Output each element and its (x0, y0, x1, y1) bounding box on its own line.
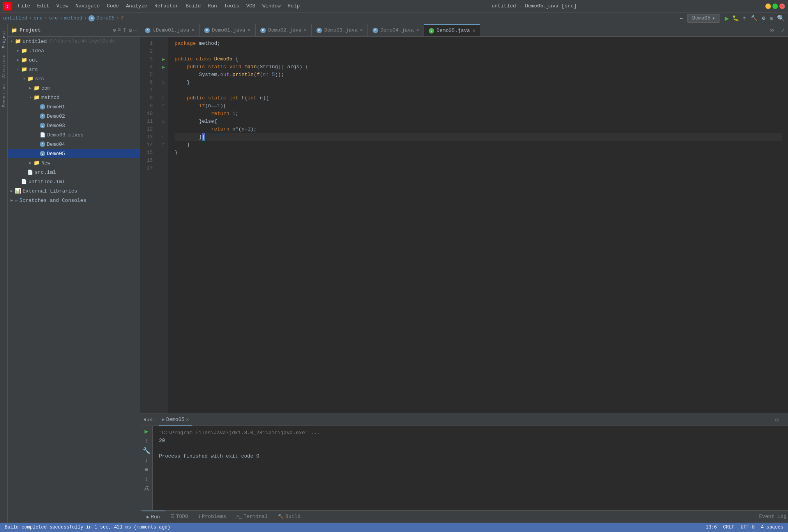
tabs-overflow-icon[interactable]: ≫ (766, 27, 778, 34)
minimize-button[interactable]: — (765, 4, 771, 9)
tree-item-demo03[interactable]: ▶ C Demo03 (8, 121, 140, 130)
menu-file[interactable]: File (15, 2, 33, 10)
tab-close-demo04[interactable]: ✕ (416, 27, 419, 33)
tree-item-demo04[interactable]: ▶ C Demo04 (8, 140, 140, 149)
run-panel-minimize-icon[interactable]: — (782, 417, 785, 423)
menu-analyze[interactable]: Analyze (123, 2, 150, 10)
layout-icon[interactable]: ⊞ (770, 15, 773, 21)
fold-icon-14[interactable]: □ (162, 142, 165, 148)
tree-item-method[interactable]: ▾ 📁 method (8, 93, 140, 102)
menu-window[interactable]: Window (259, 2, 284, 10)
tab-close-tdemo01[interactable]: ✕ (192, 27, 194, 33)
bottom-tab-todo[interactable]: ☰ TODO (166, 511, 193, 523)
panel-add-icon[interactable]: ⊕ (113, 27, 116, 34)
fold-icon-6[interactable]: □ (162, 80, 165, 85)
tree-item-demo03class[interactable]: ▶ 📄 Demo03.class (8, 130, 140, 140)
tree-item-srciml[interactable]: ▶ 📄 src.iml (8, 168, 140, 177)
search-icon[interactable]: 🔍 (777, 14, 785, 22)
back-icon[interactable]: ← (680, 15, 683, 21)
run-stop-icon[interactable]: ↑ (145, 438, 148, 445)
build-icon[interactable]: 🔨 (751, 15, 757, 21)
bottom-tab-terminal[interactable]: >_ Terminal (231, 511, 272, 523)
run-gutter-icon-4[interactable]: ▶ (162, 64, 165, 70)
menu-view[interactable]: View (53, 2, 71, 10)
status-charset[interactable]: UTF-8 (740, 525, 754, 530)
tab-tdemo01[interactable]: C tDemo01.java ✕ (140, 24, 200, 36)
menu-vcs[interactable]: VCS (243, 2, 258, 10)
menu-refactor[interactable]: Refactor (151, 2, 182, 10)
close-button[interactable]: ✕ (779, 4, 785, 9)
tree-item-demo01[interactable]: ▶ C Demo01 (8, 102, 140, 111)
fold-icon-11[interactable]: □ (162, 119, 165, 124)
sidebar-item-structure[interactable]: Structure (1, 51, 7, 81)
menu-build[interactable]: Build (182, 2, 204, 10)
run-tool3-icon[interactable]: 🖨 (143, 485, 150, 493)
menu-edit[interactable]: Edit (34, 2, 52, 10)
breadcrumb-method[interactable]: method (64, 15, 83, 21)
run-down-icon[interactable]: ↓ (145, 457, 148, 464)
menu-code[interactable]: Code (104, 2, 122, 10)
menu-run[interactable]: Run (205, 2, 220, 10)
fold-icon-9[interactable]: □ (162, 103, 165, 109)
breadcrumb-src1[interactable]: src (34, 15, 42, 21)
code-editor[interactable]: 1 2 3 4 5 6 7 8 9 10 11 12 13 14 15 16 1… (140, 37, 788, 414)
status-position[interactable]: 13:6 (706, 525, 717, 530)
run-settings-icon[interactable]: 🔧 (143, 447, 150, 455)
tree-item-com[interactable]: ▶ 📁 com (8, 83, 140, 93)
breadcrumb-untitled[interactable]: untitled (3, 15, 27, 21)
tab-close-demo03[interactable]: ✕ (360, 27, 363, 33)
menu-help[interactable]: Help (284, 2, 303, 10)
sidebar-item-favorites[interactable]: Favorites (1, 81, 7, 110)
run-tool2-icon[interactable]: ↕ (145, 476, 148, 483)
run-config-dropdown[interactable]: Demo05 ▾ (687, 14, 720, 23)
run-tab-close[interactable]: ✕ (186, 417, 189, 422)
panel-collapse-icon[interactable]: ⤒ (122, 27, 127, 34)
tree-item-scratches[interactable]: ▶ ✏ Scratches and Consoles (8, 196, 140, 205)
run-gutter-icon-3[interactable]: ▶ (162, 57, 165, 62)
tree-item-demo02[interactable]: ▶ C Demo02 (8, 111, 140, 121)
status-crlf[interactable]: CRLF (723, 525, 735, 530)
panel-scope-icon[interactable]: ≡ (118, 27, 121, 34)
tab-demo03[interactable]: C Demo03.java ✕ (312, 24, 368, 36)
panel-settings-icon[interactable]: ⚙ (129, 27, 132, 34)
breadcrumb-demo05[interactable]: Demo05 (96, 15, 115, 21)
tab-demo02[interactable]: C Demo02.java ✕ (256, 24, 312, 36)
maximize-button[interactable]: □ (772, 4, 778, 9)
tree-root-untitled[interactable]: ▾ 📁 untitled C:\Users\pinkfloyd\Deskt... (8, 37, 140, 46)
tree-item-idea[interactable]: ▶ 📁 .idea (8, 46, 140, 55)
menu-tools[interactable]: Tools (221, 2, 242, 10)
bottom-tab-problems[interactable]: ℹ Problems (194, 511, 231, 523)
event-log-label[interactable]: Event Log (759, 514, 786, 520)
tree-item-new[interactable]: ▶ 📁 New (8, 158, 140, 168)
run-button[interactable]: ▶ (725, 14, 729, 23)
tree-item-out[interactable]: ▶ 📁 out (8, 55, 140, 65)
tree-item-src2[interactable]: ▾ 📁 src (8, 74, 140, 83)
panel-minus-icon[interactable]: — (134, 27, 137, 34)
run-tool1-icon[interactable]: ≡ (145, 467, 148, 474)
fold-icon-13[interactable]: □ (162, 134, 165, 140)
tab-close-demo05[interactable]: ✕ (472, 28, 475, 34)
bottom-tab-run[interactable]: ▶ Run (142, 511, 165, 523)
tab-demo01[interactable]: C Demo01.java ✕ (200, 24, 256, 36)
sidebar-item-project[interactable]: Project (1, 27, 7, 51)
breadcrumb-method-f[interactable]: f (121, 15, 124, 21)
tab-close-demo02[interactable]: ✕ (304, 27, 307, 33)
tab-demo05[interactable]: C Demo05.java ✕ (424, 24, 480, 36)
tab-close-demo01[interactable]: ✕ (248, 27, 251, 33)
tab-demo04[interactable]: C Demo04.java ✕ (368, 24, 424, 36)
coverage-icon[interactable]: ☂ (743, 15, 746, 21)
fold-icon-8[interactable]: □ (162, 95, 165, 101)
status-indent[interactable]: 4 spaces (761, 525, 783, 530)
tree-item-untitlediml[interactable]: ▶ 📄 untitled.iml (8, 177, 140, 186)
menu-navigate[interactable]: Navigate (72, 2, 103, 10)
code-content[interactable]: package method; public class Demo05 { pu… (168, 37, 788, 414)
tree-item-src1[interactable]: ▾ 📁 src (8, 65, 140, 74)
sdk-icon[interactable]: ⚙ (762, 15, 765, 21)
run-panel-settings-icon[interactable]: ⚙ (775, 417, 778, 423)
tree-item-external-libs[interactable]: ▶ 📊 External Libraries (8, 186, 140, 196)
bottom-tab-build[interactable]: 🔨 Build (273, 511, 305, 523)
tree-item-demo05[interactable]: ▶ C Demo05 (8, 149, 140, 158)
debug-button[interactable]: 🐛 (732, 15, 739, 21)
run-restart-icon[interactable]: ▶ (145, 428, 148, 435)
breadcrumb-src2[interactable]: src (49, 15, 58, 21)
